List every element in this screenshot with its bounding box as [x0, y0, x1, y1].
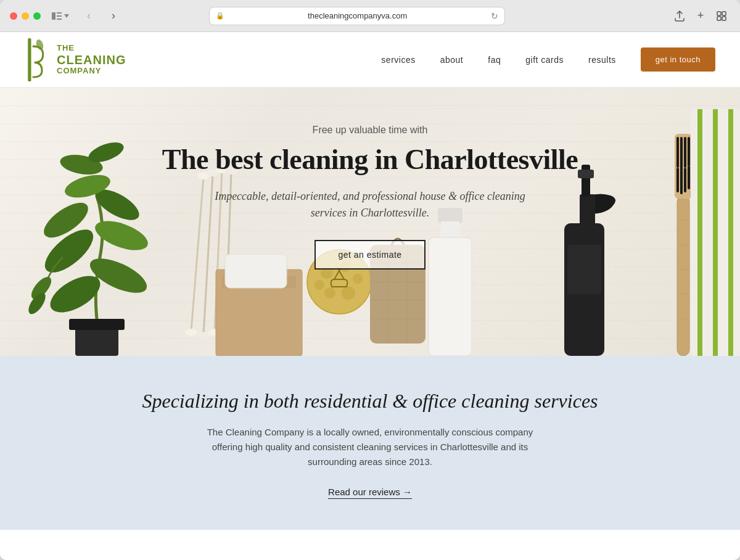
nav-services[interactable]: services	[381, 55, 415, 65]
navbar: THE CLEANING COMPANY services about faq …	[0, 32, 740, 88]
address-bar[interactable]: 🔒 thecleaningcompanyva.com ↻	[209, 7, 505, 25]
browser-actions: +	[671, 7, 730, 25]
svg-rect-6	[717, 17, 721, 20]
forward-button[interactable]: ›	[105, 7, 122, 25]
reviews-link[interactable]: Read our reviews →	[328, 487, 412, 499]
svg-point-46	[324, 287, 335, 299]
new-tab-button[interactable]: +	[692, 7, 709, 25]
sidebar-toggle-button[interactable]	[48, 10, 73, 22]
svg-point-25	[185, 329, 197, 336]
svg-rect-11	[69, 319, 125, 330]
about-section: Specializing in both residential & offic…	[0, 356, 740, 530]
hero-cta-button[interactable]: get an estimate	[314, 240, 425, 270]
logo-text: THE CLEANING COMPANY	[57, 44, 126, 75]
tab-overview-button[interactable]	[713, 7, 730, 25]
browser-titlebar: ‹ › 🔒 thecleaningcompanyva.com ↻ +	[0, 0, 740, 32]
about-description: The Cleaning Company is a locally owned,…	[197, 425, 543, 469]
reload-button[interactable]: ↻	[491, 11, 498, 21]
svg-point-47	[314, 280, 324, 290]
traffic-lights	[10, 12, 41, 20]
svg-rect-3	[57, 19, 62, 20]
maximize-button[interactable]	[33, 12, 41, 20]
nav-faq[interactable]: faq	[488, 55, 501, 65]
logo-cleaning: CLEANING	[57, 53, 126, 67]
url-text: thecleaningcompanyva.com	[228, 11, 487, 20]
logo-link[interactable]: THE CLEANING COMPANY	[25, 32, 126, 88]
lock-icon: 🔒	[216, 12, 224, 20]
svg-rect-7	[722, 17, 726, 20]
about-title: Specializing in both residential & offic…	[25, 390, 715, 413]
hero-content: Free up valuable time with The best clea…	[0, 88, 740, 270]
browser-window: ‹ › 🔒 thecleaningcompanyva.com ↻ +	[0, 0, 740, 560]
nav-links: services about faq gift cards results ge…	[381, 47, 715, 72]
svg-rect-4	[717, 12, 721, 15]
nav-results[interactable]: results	[588, 55, 616, 65]
back-button[interactable]: ‹	[80, 7, 97, 25]
share-button[interactable]	[671, 7, 688, 25]
svg-rect-1	[57, 12, 62, 14]
logo-company: COMPANY	[57, 67, 126, 75]
website-content: THE CLEANING COMPANY services about faq …	[0, 32, 740, 560]
logo-icon	[25, 32, 51, 88]
svg-point-45	[342, 286, 355, 300]
hero-subtitle: Free up valuable time with	[0, 125, 740, 136]
nav-gift-cards[interactable]: gift cards	[525, 55, 564, 65]
svg-rect-5	[722, 12, 726, 15]
logo-the: THE	[57, 44, 126, 52]
svg-rect-8	[28, 38, 31, 81]
svg-point-9	[35, 38, 45, 51]
nav-about[interactable]: about	[440, 55, 464, 65]
nav-cta-button[interactable]: get in touch	[641, 47, 715, 72]
minimize-button[interactable]	[22, 12, 29, 20]
hero-description: Impeccable, detail-oriented, and profess…	[210, 188, 530, 221]
svg-rect-0	[52, 12, 56, 20]
hero-section: Free up valuable time with The best clea…	[0, 88, 740, 356]
close-button[interactable]	[10, 12, 17, 20]
svg-rect-2	[57, 15, 62, 17]
hero-title: The best cleaning in Charlottesville	[0, 143, 740, 176]
